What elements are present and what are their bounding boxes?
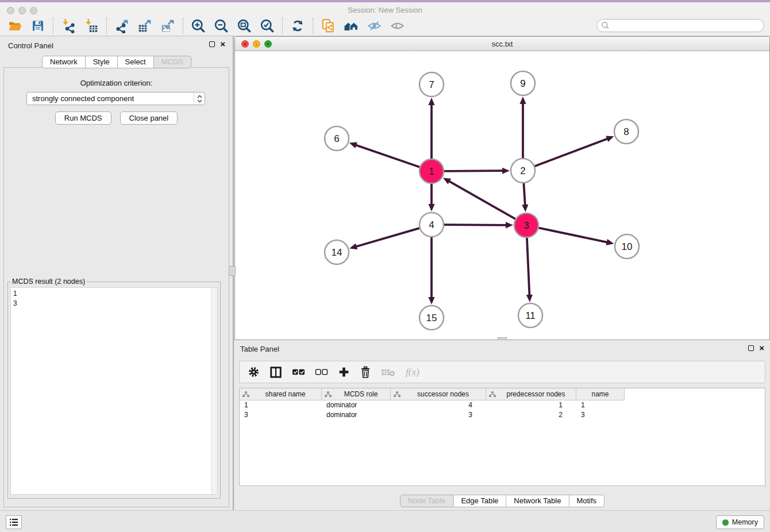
zoom-in-button[interactable] [187, 17, 210, 35]
edge-arrowhead [428, 98, 434, 105]
edge-arrowhead [428, 204, 434, 211]
edge-1-2[interactable] [444, 171, 504, 171]
export-network-icon [114, 18, 129, 33]
column-label: successor nodes [401, 390, 486, 398]
edge-4-14[interactable] [355, 228, 419, 247]
homes-icon [343, 19, 359, 33]
mcds-result-box[interactable]: 1 3 [10, 287, 218, 495]
node-table[interactable]: shared nameMCDS rolesuccessor nodesprede… [239, 388, 765, 486]
save-session-button[interactable] [26, 17, 49, 35]
tab-node-table[interactable]: Node Table [400, 495, 454, 507]
cell-predecessor-nodes[interactable]: 1 [486, 400, 576, 410]
show-all-views-button[interactable] [340, 17, 363, 35]
cell-successor-nodes[interactable]: 3 [391, 410, 486, 420]
task-history-button[interactable] [6, 515, 22, 529]
tab-mcds[interactable]: MCDS [154, 56, 191, 68]
tab-style[interactable]: Style [86, 56, 118, 68]
edge-2-3[interactable] [523, 183, 525, 206]
task-list-icon [9, 518, 18, 526]
table-row[interactable]: 1dominator411 [240, 400, 765, 410]
table-toolbar: f(x) [239, 361, 765, 383]
tab-network[interactable]: Network [42, 56, 86, 68]
open-file-button[interactable] [3, 17, 26, 35]
table-body: 1dominator4113dominator323 [240, 400, 765, 419]
unselect-all-columns-icon[interactable] [315, 368, 328, 376]
table-settings-gear-icon[interactable] [248, 366, 260, 378]
memory-button[interactable]: Memory [716, 515, 764, 529]
edge-1-6[interactable] [355, 145, 419, 167]
result-scrollbar[interactable] [211, 288, 217, 494]
edge-4-3[interactable] [444, 225, 507, 225]
zoom-fit-icon [237, 18, 252, 34]
table-panel: Table Panel × [234, 342, 770, 509]
import-table-button[interactable] [80, 17, 103, 35]
zoom-fit-button[interactable] [233, 17, 256, 35]
cell-MCDS-role[interactable]: dominator [322, 400, 391, 410]
search-input[interactable] [610, 22, 764, 30]
apply-layout-button[interactable] [286, 17, 309, 35]
import-network-icon [61, 18, 76, 33]
zoom-selected-button[interactable] [256, 17, 279, 35]
export-network-button[interactable] [110, 17, 133, 35]
edge-2-8[interactable] [535, 138, 609, 167]
tab-edge-table[interactable]: Edge Table [453, 495, 506, 507]
cell-predecessor-nodes[interactable]: 2 [486, 410, 576, 420]
create-column-plus-icon[interactable] [338, 366, 350, 378]
graph-node-label-2: 2 [520, 165, 525, 176]
show-column-icon[interactable] [270, 366, 282, 379]
toolbar-separator [106, 18, 107, 34]
export-image-icon [160, 18, 175, 33]
edge-3-11[interactable] [527, 238, 530, 296]
criterion-select[interactable]: strongly connected component [26, 92, 205, 105]
edge-arrowhead [502, 168, 510, 174]
tab-network-table[interactable]: Network Table [506, 495, 569, 507]
toolbar-separator [313, 18, 313, 34]
import-network-button[interactable] [57, 17, 80, 35]
select-all-columns-icon[interactable] [292, 368, 305, 376]
close-panel-button[interactable]: Close panel [120, 111, 178, 125]
close-table-panel-icon[interactable]: × [759, 345, 764, 351]
optimization-criterion-label: Optimization criterion: [4, 79, 229, 87]
eye-icon [390, 19, 405, 33]
column-header-predecessor-nodes[interactable]: predecessor nodes [486, 388, 576, 400]
edge-arrowhead [606, 136, 614, 141]
tab-motifs[interactable]: Motifs [569, 495, 605, 507]
show-graphics-details-button[interactable] [386, 17, 409, 35]
edge-arrowhead [428, 297, 434, 304]
export-image-button[interactable] [156, 17, 179, 35]
network-graph-canvas[interactable]: 7968124314101511 [235, 51, 769, 340]
close-panel-icon[interactable]: × [220, 41, 225, 47]
cell-MCDS-role[interactable]: dominator [322, 410, 391, 420]
clone-network-button[interactable] [317, 17, 340, 35]
run-mcds-button[interactable]: Run MCDS [55, 111, 111, 125]
column-type-icon [242, 391, 249, 398]
network-resize-grip[interactable] [498, 337, 507, 340]
table-row[interactable]: 3dominator323 [240, 410, 765, 420]
float-panel-icon[interactable] [209, 41, 215, 47]
mcds-result-fieldset: MCDS result (2 nodes) 1 3 [7, 282, 221, 499]
toolbar-separator [282, 18, 283, 34]
clone-network-icon [321, 18, 336, 33]
cell-shared-name[interactable]: 1 [240, 400, 322, 410]
export-table-button[interactable] [133, 17, 156, 35]
column-header-MCDS-role[interactable]: MCDS role [322, 388, 391, 400]
mcds-panel: Optimization criterion: strongly connect… [3, 67, 229, 507]
delete-column-trash-icon[interactable] [360, 366, 371, 379]
column-header-name[interactable]: name [576, 388, 625, 400]
cell-name[interactable]: 3 [576, 410, 625, 420]
zoom-out-button[interactable] [210, 17, 233, 35]
float-table-panel-icon[interactable] [748, 345, 754, 351]
cell-name[interactable]: 1 [576, 400, 625, 410]
hide-panels-button[interactable] [363, 17, 386, 35]
cell-successor-nodes[interactable]: 4 [391, 400, 486, 410]
panel-divider-grip[interactable] [229, 266, 236, 276]
edge-3-1[interactable] [448, 180, 515, 219]
network-window-titlebar[interactable]: × - + scc.txt [235, 37, 769, 51]
column-header-successor-nodes[interactable]: successor nodes [391, 388, 486, 400]
cell-shared-name[interactable]: 3 [240, 410, 322, 420]
column-header-shared-name[interactable]: shared name [240, 388, 322, 400]
tab-select[interactable]: Select [118, 56, 154, 68]
session-title: Session: New Session [0, 6, 770, 14]
edge-3-10[interactable] [539, 228, 609, 243]
toolbar-separator [53, 18, 53, 34]
